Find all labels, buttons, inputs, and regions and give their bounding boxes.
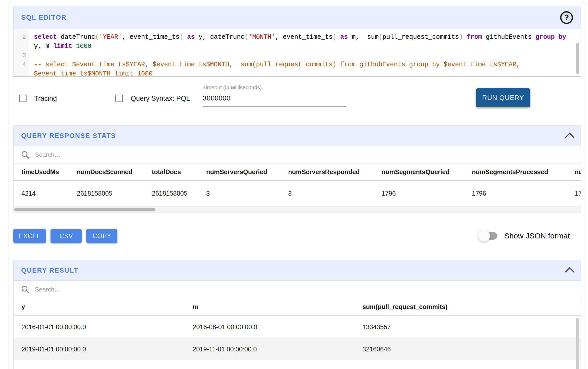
result-table-header: ymsum(pull_request_commits) xyxy=(14,298,581,316)
editor-code-area[interactable]: select dateTrunc('YEAR', event_time_ts) … xyxy=(29,29,581,76)
result-table: ymsum(pull_request_commits) 2016-01-01 0… xyxy=(14,298,581,369)
code-line: -- select $event_time_ts$YEAR, $event_ti… xyxy=(34,60,581,69)
sql-code-editor[interactable]: 234 select dateTrunc('YEAR', event_time_… xyxy=(13,29,581,77)
code-line: y, m limit 1000 xyxy=(34,42,581,51)
stats-cell: 3 xyxy=(206,190,288,197)
toggle-knob[interactable] xyxy=(478,230,490,242)
show-json-toggle[interactable] xyxy=(478,232,497,240)
line-number: 2 xyxy=(14,33,29,42)
stats-cell: 1796 xyxy=(575,190,581,197)
query-console-page: SQL EDITOR ? 234 select dateTrunc('YEAR'… xyxy=(8,2,586,369)
stats-cell: 2618158005 xyxy=(152,190,206,197)
stats-cell: 3 xyxy=(288,190,382,197)
sql-editor-title: SQL EDITOR xyxy=(21,14,67,21)
pql-checkbox[interactable] xyxy=(115,95,123,102)
export-row: EXCEL CSV COPY Show JSON format xyxy=(13,228,581,243)
code-line xyxy=(34,51,581,60)
result-column-header: sum(pull_request_commits) xyxy=(362,303,581,311)
stats-column-header: timeUsedMs xyxy=(21,168,77,176)
sql-editor-header: SQL EDITOR ? xyxy=(13,6,581,29)
result-cell: 2016-01-01 00:00:00.0 xyxy=(21,323,193,331)
line-number xyxy=(14,42,29,51)
stats-column-header: numDocsScanned xyxy=(77,168,152,176)
csv-button[interactable]: CSV xyxy=(51,229,82,243)
stats-cell: 4214 xyxy=(21,190,77,197)
result-card-header: QUERY RESULT xyxy=(14,260,581,281)
copy-button[interactable]: COPY xyxy=(86,229,117,243)
stats-search-input[interactable] xyxy=(34,151,214,159)
help-icon[interactable]: ? xyxy=(560,11,573,24)
result-cell: 13343557 xyxy=(362,323,581,331)
result-table-row: 2016-01-01 00:00:00.02016-08-01 00:00:00… xyxy=(14,316,581,338)
timeout-input[interactable] xyxy=(203,94,346,107)
stats-cell: 1796 xyxy=(382,190,472,197)
stats-horizontal-scrollbar[interactable] xyxy=(14,206,581,213)
stats-card-header: QUERY RESPONSE STATS xyxy=(14,126,581,146)
line-number: 3 xyxy=(14,51,29,60)
result-table-row: 2013-01-01 00:00:00.02013-10-01 00:00:00… xyxy=(14,360,581,369)
result-cell: 2019-11-01 00:00:00.0 xyxy=(193,346,362,353)
code-line: select dateTrunc('YEAR', event_time_ts) … xyxy=(34,33,581,42)
search-icon xyxy=(21,150,30,159)
collapse-chevron-icon[interactable] xyxy=(565,267,574,276)
pql-option: Query Syntax: PQL xyxy=(115,88,190,109)
line-number xyxy=(14,69,29,79)
result-title: QUERY RESULT xyxy=(21,266,78,274)
tracing-label: Tracing xyxy=(34,95,57,103)
result-table-row: 2019-01-01 00:00:00.02019-11-01 00:00:00… xyxy=(14,338,581,360)
result-cell: 2013-01-01 00:00:00.0 xyxy=(21,368,193,369)
result-search-row xyxy=(14,281,581,298)
result-cell: 32160646 xyxy=(362,346,581,353)
stats-column-header: numSegmentsQueried xyxy=(382,168,472,176)
tracing-option: Tracing xyxy=(19,88,57,109)
stats-column-header: numSegmentsProcessed xyxy=(472,168,575,176)
result-column-header: y xyxy=(21,303,193,311)
result-vertical-scrollbar[interactable] xyxy=(576,318,579,369)
stats-table-header: timeUsedMsnumDocsScannedtotalDocsnumServ… xyxy=(14,163,581,181)
stats-column-header: numServersQueried xyxy=(206,168,288,176)
query-response-stats-card: QUERY RESPONSE STATS timeUsedMsnumDocsSc… xyxy=(13,125,581,213)
show-json-label: Show JSON format xyxy=(504,232,570,240)
stats-scrollbar-thumb[interactable] xyxy=(14,208,155,211)
timeout-label: Timeout (in Milliseconds) xyxy=(203,84,346,91)
stats-column-header: numSegmentsMatched xyxy=(575,168,581,176)
editor-line-number-gutter: 234 xyxy=(14,29,29,76)
query-controls: Tracing Query Syntax: PQL Timeout (in Mi… xyxy=(13,88,581,109)
pql-label: Query Syntax: PQL xyxy=(131,95,190,103)
result-table-body: 2016-01-01 00:00:00.02016-08-01 00:00:00… xyxy=(14,316,581,369)
query-result-card: QUERY RESULT ymsum(pull_request_commits)… xyxy=(13,260,581,369)
stats-search-row xyxy=(14,146,581,163)
tracing-checkbox[interactable] xyxy=(19,95,27,102)
code-line: $event_time_ts$MONTH limit 1000 xyxy=(34,69,581,76)
stats-table-body: 42142618158005261815800533179617961796 xyxy=(14,181,581,206)
json-format-toggle-group: Show JSON format xyxy=(478,228,570,243)
stats-table-row: 42142618158005261815800533179617961796 xyxy=(14,181,581,206)
run-query-button[interactable]: RUN QUERY xyxy=(476,88,530,107)
result-cell: 2019-01-01 00:00:00.0 xyxy=(21,346,193,353)
result-cell: 30432683 xyxy=(362,368,581,369)
stats-cell: 1796 xyxy=(472,190,575,197)
stats-cell: 2618158005 xyxy=(77,190,152,197)
collapse-chevron-icon[interactable] xyxy=(565,132,574,142)
stats-column-header: totalDocs xyxy=(152,168,206,176)
result-column-header: m xyxy=(193,303,362,311)
timeout-field: Timeout (in Milliseconds) xyxy=(203,84,346,107)
stats-title: QUERY RESPONSE STATS xyxy=(21,132,116,140)
stats-column-header: numServersResponded xyxy=(288,168,382,176)
excel-button[interactable]: EXCEL xyxy=(13,229,46,243)
result-search-input[interactable] xyxy=(34,286,214,293)
search-icon xyxy=(21,285,30,294)
result-cell: 2013-10-01 00:00:00.0 xyxy=(193,368,362,369)
line-number: 4 xyxy=(14,60,29,69)
editor-vertical-scrollbar[interactable] xyxy=(576,43,579,74)
result-cell: 2016-08-01 00:00:00.0 xyxy=(193,323,362,331)
